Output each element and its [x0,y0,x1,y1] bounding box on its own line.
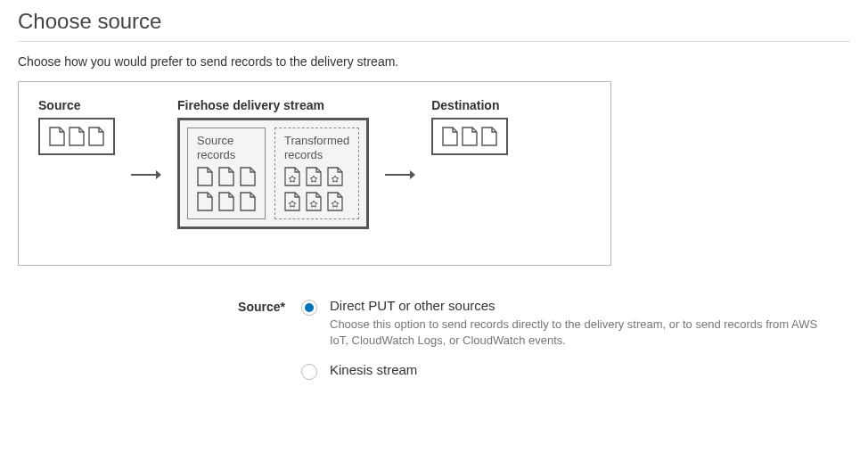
divider [18,41,850,42]
document-star-icon [284,192,300,211]
page-title: Choose source [18,9,850,34]
document-star-icon [306,192,322,211]
radio-option-kinesis-stream[interactable]: Kinesis stream [301,362,850,380]
option-label: Kinesis stream [330,362,417,377]
arrow-icon [115,169,177,181]
diagram-transformed-records-box: Transformed records [274,128,359,219]
document-star-icon [327,192,343,211]
document-icon [481,127,497,146]
document-star-icon [284,167,300,186]
document-icon [69,127,85,146]
document-icon [442,127,458,146]
diagram-source-label: Source [38,98,115,112]
radio-icon[interactable] [301,364,317,380]
arrow-icon [369,169,431,181]
document-star-icon [306,167,322,186]
diagram-destination-box [431,118,508,155]
diagram-source-records-box: Source records [187,128,266,219]
option-label: Direct PUT or other sources [330,298,829,313]
source-records-label: Source records [197,134,256,161]
intro-text: Choose how you would prefer to send reco… [18,54,850,69]
diagram-firehose-box: Source records [177,118,369,229]
flow-diagram: Source Firehose [18,81,611,266]
document-icon [88,127,104,146]
document-icon [197,167,213,186]
document-icon [240,167,256,186]
document-icon [218,192,234,211]
document-icon [197,192,213,211]
diagram-firehose-label: Firehose delivery stream [177,98,369,112]
radio-option-direct-put[interactable]: Direct PUT or other sources Choose this … [301,298,850,348]
diagram-destination-label: Destination [431,98,508,112]
document-icon [240,192,256,211]
document-star-icon [327,167,343,186]
document-icon [462,127,478,146]
diagram-source-box [38,118,115,155]
radio-icon[interactable] [301,300,317,316]
option-help-text: Choose this option to send records direc… [330,317,829,348]
transformed-records-label: Transformed records [284,134,349,161]
source-field-label: Source* [18,298,301,314]
document-icon [49,127,65,146]
document-icon [218,167,234,186]
